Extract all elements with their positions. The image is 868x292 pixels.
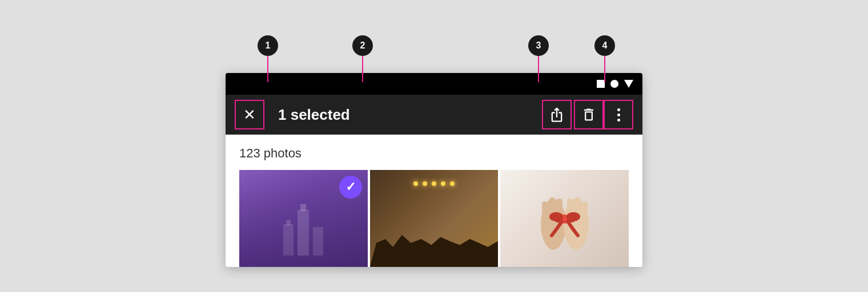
connector-line-1 [267, 56, 268, 82]
share-button[interactable] [542, 100, 572, 129]
dot-2 [617, 113, 620, 116]
photo-grid [239, 170, 629, 267]
selection-checkmark [339, 176, 362, 198]
status-square-icon [597, 80, 605, 88]
city-skyline-icon [280, 204, 326, 256]
content-area: 123 photos [226, 135, 642, 267]
status-bar [226, 73, 642, 95]
light-5 [450, 181, 455, 186]
dot-3 [617, 119, 620, 121]
app-window: ✕ 1 selected [226, 73, 642, 267]
hands-area [500, 170, 629, 267]
crowd-silhouettes [370, 227, 499, 267]
svg-rect-2 [313, 227, 323, 256]
light-2 [423, 181, 427, 186]
svg-rect-1 [283, 224, 294, 256]
photo-item-1[interactable] [239, 170, 368, 267]
action-icons-group [542, 100, 604, 129]
svg-rect-12 [582, 201, 588, 221]
hands-icon [528, 170, 602, 267]
annotation-badge-4: 4 [594, 35, 615, 56]
action-bar: ✕ 1 selected [226, 95, 642, 135]
share-icon [549, 107, 565, 123]
connector-line-2 [362, 56, 363, 82]
dot-1 [617, 108, 620, 111]
svg-rect-3 [300, 204, 306, 211]
photos-count: 123 photos [239, 146, 629, 161]
connector-line-4 [604, 56, 605, 82]
annotation-badge-2: 2 [352, 35, 373, 56]
close-button[interactable]: ✕ [235, 100, 264, 129]
status-triangle-icon [624, 80, 633, 88]
light-4 [441, 181, 445, 186]
status-circle-icon [610, 80, 618, 88]
light-1 [413, 181, 418, 186]
annotation-badge-3: 3 [528, 35, 549, 56]
delete-button[interactable] [574, 100, 604, 129]
svg-rect-0 [298, 210, 309, 256]
selected-count-label: 1 selected [264, 106, 542, 124]
more-options-button[interactable] [604, 100, 633, 129]
concert-lights [370, 181, 499, 186]
svg-rect-7 [542, 201, 548, 221]
light-3 [432, 181, 436, 186]
delete-icon [581, 107, 597, 123]
svg-rect-4 [286, 220, 291, 225]
photo-item-2[interactable] [370, 170, 499, 267]
annotation-badge-1: 1 [258, 35, 278, 56]
phone-container: 1 2 3 4 ✕ 1 selected [226, 26, 642, 266]
close-icon: ✕ [243, 107, 256, 122]
photo-item-3[interactable] [500, 170, 629, 267]
connector-line-3 [538, 56, 539, 82]
